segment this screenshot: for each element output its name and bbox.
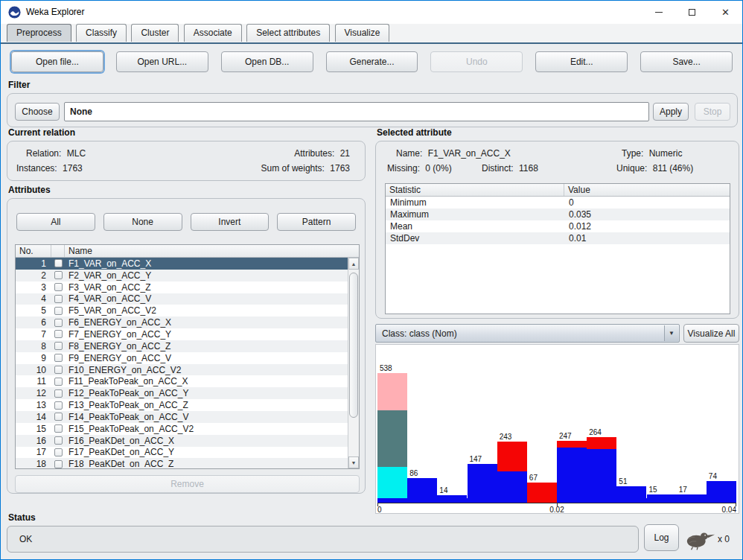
attribute-checkbox[interactable] [54,366,63,374]
all-button[interactable]: All [16,213,95,231]
open-file-button[interactable]: Open file... [11,51,103,72]
none-button[interactable]: None [103,213,182,231]
attribute-row[interactable]: 9F9_ENERGY_on_ACC_V [16,352,348,364]
toolbar: Open file... Open URL... Open DB... Gene… [11,51,733,72]
minimize-button[interactable] [642,1,675,24]
name-column-header[interactable]: Name [65,245,359,257]
attribute-checkbox[interactable] [54,436,63,445]
x-axis-label: 0 [377,506,382,514]
attribute-row[interactable]: 11F11_PeakToPeak_on_ACC_X [16,375,348,387]
histogram-bar-segment [587,449,616,498]
histogram-bar-segment [557,441,587,448]
attribute-row[interactable]: 18F18_PeaKDet_on_ACC_Z [16,458,348,468]
save-button[interactable]: Save... [640,51,733,72]
relation-field: Relation: MLC [26,148,86,159]
attribute-checkbox[interactable] [54,354,63,362]
maximize-button[interactable] [675,1,709,24]
histogram-bar [468,464,497,498]
attribute-name: F6_ENERGY_on_ACC_X [65,317,348,328]
window-title: Weka Explorer [26,1,84,24]
attribute-checkbox[interactable] [54,319,63,327]
attribute-row[interactable]: 15F15_PeakToPeak_on_ACC_V2 [16,423,348,435]
visualize-all-button[interactable]: Visualize All [683,324,739,343]
statistic-row[interactable]: Minimum0 [386,197,730,209]
attribute-row[interactable]: 12F12_PeakToPeak_on_ACC_Y [16,387,348,399]
attribute-row[interactable]: 3F3_VAR_on_ACC_Z [16,281,348,293]
choose-filter-button[interactable]: Choose [15,103,60,121]
attribute-number: 18 [16,459,51,468]
tab-preprocess[interactable]: Preprocess [7,24,71,42]
attribute-name: F7_ENERGY_on_ACC_Y [65,329,348,340]
close-button[interactable]: ✕ [709,1,742,24]
attribute-checkbox[interactable] [54,401,63,410]
attribute-number: 15 [16,424,51,434]
tab-associate[interactable]: Associate [184,24,242,42]
attribute-row[interactable]: 1F1_VAR_on_ACC_X [16,258,348,270]
sum-of-weights-field: Sum of weights: 1763 [261,163,350,174]
attribute-checkbox[interactable] [54,448,63,456]
attribute-row[interactable]: 17F17_PeaKDet_on_ACC_Y [16,447,348,459]
attribute-checkbox[interactable] [54,378,63,386]
attribute-checkbox[interactable] [54,259,63,267]
chevron-down-icon[interactable]: ▼ [664,325,678,341]
statistic-row[interactable]: Mean0.012 [386,220,730,232]
histogram-bar-label: 247 [558,432,573,440]
attribute-checkbox[interactable] [54,389,63,398]
filter-value-field[interactable]: None [64,102,649,121]
attribute-row[interactable]: 10F10_ENERGY_on_ACC_V2 [16,364,348,376]
scroll-up-button[interactable]: ▲ [348,258,359,270]
attribute-row[interactable]: 13F13_PeakToPeak_on_ACC_Z [16,399,348,411]
tab-visualize[interactable]: Visualize [335,24,390,42]
tab-classify[interactable]: Classify [76,24,127,42]
scroll-down-button[interactable]: ▼ [348,456,359,468]
attribute-number: 14 [16,412,51,422]
statistic-column-header[interactable]: Statistic [386,184,564,196]
attribute-checkbox[interactable] [54,271,63,279]
attribute-checkbox[interactable] [54,413,63,421]
attribute-checkbox[interactable] [54,307,63,315]
tab-select-attributes[interactable]: Select attributes [246,24,330,42]
attribute-row[interactable]: 16F16_PeaKDet_on_ACC_X [16,435,348,447]
attribute-row[interactable]: 14F14_PeakToPeak_on_ACC_V [16,411,348,423]
statistic-row[interactable]: Maximum0.035 [386,209,730,220]
edit-button[interactable]: Edit... [535,51,628,72]
attribute-row[interactable]: 5F5_VAR_on_ACC_V2 [16,305,348,316]
class-selector-combo[interactable]: Class: class (Nom) ▼ [375,324,680,343]
tab-cluster[interactable]: Cluster [131,24,179,42]
statistic-row[interactable]: StdDev0.01 [386,232,730,244]
maximize-icon [689,9,695,16]
value-column-header[interactable]: Value [564,184,730,196]
pattern-button[interactable]: Pattern [277,213,356,231]
attribute-checkbox[interactable] [54,295,63,303]
attribute-checkbox[interactable] [54,424,63,433]
attribute-missing-field: Missing: 0 (0%) [387,163,452,174]
statistic-name: StdDev [386,233,564,244]
attribute-row[interactable]: 2F2_VAR_on_ACC_Y [16,270,348,281]
open-url-button[interactable]: Open URL... [116,51,208,72]
open-db-button[interactable]: Open DB... [221,51,313,72]
no-column-header[interactable]: No. [16,245,51,257]
checkbox-column-header[interactable] [51,245,65,257]
attributes-section-label: Attributes [8,185,51,195]
attribute-checkbox[interactable] [54,460,63,468]
histogram-bar-segment [377,410,407,467]
histogram-bar-segment [497,471,527,498]
attribute-checkbox[interactable] [54,342,63,350]
apply-filter-button[interactable]: Apply [653,103,689,121]
attribute-row[interactable]: 4F4_VAR_on_ACC_V [16,293,348,305]
statistic-value: 0.01 [564,233,730,244]
tab-bar: Preprocess Classify Cluster Associate Se… [1,24,742,44]
histogram-bar-segment [616,486,646,498]
log-button[interactable]: Log [644,524,679,551]
scrollbar-thumb[interactable] [349,273,358,418]
attribute-row[interactable]: 6F6_ENERGY_on_ACC_X [16,316,348,328]
attribute-name-field: Name: F1_VAR_on_ACC_X [396,148,511,159]
attribute-row[interactable]: 8F8_ENERGY_on_ACC_Z [16,340,348,352]
status-message: OK [19,534,32,544]
invert-button[interactable]: Invert [191,213,270,231]
attribute-number: 6 [16,317,51,328]
generate-button[interactable]: Generate... [326,51,418,72]
attribute-row[interactable]: 7F7_ENERGY_on_ACC_Y [16,328,348,340]
attribute-checkbox[interactable] [54,283,63,291]
attribute-checkbox[interactable] [54,330,63,338]
